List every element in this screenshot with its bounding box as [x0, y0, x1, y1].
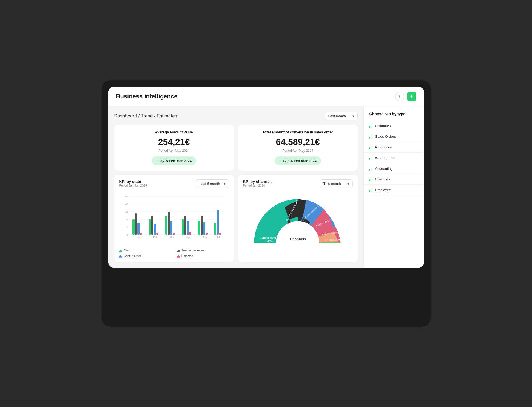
state-period-select[interactable]: Last 6 month Last month This month	[196, 179, 229, 188]
kpi-by-state-card: KPI by state Period Jan-Jun 2024 Last 6 …	[114, 175, 234, 262]
svg-text:Jul: Jul	[217, 236, 220, 239]
chart-state-title: KPI by state	[119, 179, 147, 184]
sidebar-item-estimates[interactable]: Estimates	[364, 121, 424, 131]
period-select[interactable]: Last month This month Last 6 month Last …	[325, 112, 358, 120]
sidebar-title: Choose KPI by type	[364, 112, 424, 121]
svg-text:20: 20	[125, 218, 128, 221]
chart-channels-period: Period Jun 2024	[243, 184, 273, 187]
legend-rejected-label: Rejected	[181, 254, 193, 257]
svg-text:Dynamicsoft srl: Dynamicsoft srl	[260, 236, 280, 239]
svg-rect-23	[168, 212, 170, 235]
svg-rect-25	[173, 233, 175, 235]
legend-rejected: Rejected	[177, 254, 229, 258]
svg-rect-20	[156, 233, 158, 235]
svg-text:Channels: Channels	[290, 237, 306, 241]
sidebar-item-employee[interactable]: Employee	[364, 185, 424, 195]
kpi-card-avg: Average amount value 254,21€ Period Apr-…	[114, 125, 234, 171]
content-area: Dashboard / Trend / Estimates Last month…	[108, 106, 364, 268]
svg-rect-30	[189, 232, 191, 235]
chart-state-header: KPI by state Period Jan-Jun 2024 Last 6 …	[119, 179, 229, 190]
channels-pie-svg: Channels Dynamicsoft srl 40% Dynamicsoft…	[251, 191, 345, 251]
chart-channels-title: KPI by channels	[243, 179, 273, 184]
kpi-card-avg-period: Period Apr-May 2024	[120, 149, 228, 153]
legend-draft-label: Draft	[124, 249, 130, 252]
rejected-icon	[177, 254, 180, 258]
breadcrumb: Dashboard / Trend / Estimates	[114, 113, 177, 119]
help-icon: ?	[399, 94, 401, 99]
wharehouse-chart-icon	[369, 156, 372, 160]
period-select-wrapper: Last month This month Last 6 month Last …	[325, 112, 358, 120]
help-button[interactable]: ?	[395, 92, 404, 101]
kpi-cards-row: Average amount value 254,21€ Period Apr-…	[114, 125, 358, 171]
kpi-badge-avg-value: 9,2% Feb-Mar 2024	[160, 159, 192, 163]
svg-rect-27	[182, 219, 184, 235]
svg-text:40: 40	[125, 203, 128, 206]
kpi-card-total: Total amount of conversion in sales orde…	[238, 125, 358, 171]
kpi-card-total-period: Period Apr-May 2024	[244, 149, 352, 153]
sidebar-item-accounting[interactable]: Accounting	[364, 163, 424, 174]
plus-icon: +	[410, 93, 413, 100]
employee-chart-icon	[369, 188, 372, 192]
sidebar: Choose KPI by type Estimates S	[364, 106, 424, 268]
svg-rect-17	[149, 219, 151, 235]
app-container: Business intelligence ? + Dashboard / Tr…	[108, 87, 424, 268]
sent-customer-icon	[177, 248, 180, 252]
sidebar-item-sales-orders-label: Sales Orders	[375, 134, 396, 139]
app-header: Business intelligence ? +	[108, 87, 424, 106]
channels-chart-icon	[369, 177, 372, 181]
kpi-badge-total: ↑ 12,3% Feb-Mar 2024	[275, 156, 321, 165]
svg-rect-13	[135, 213, 137, 235]
svg-text:50: 50	[125, 195, 128, 198]
svg-rect-19	[154, 224, 156, 235]
svg-text:Jan: Jan	[137, 236, 141, 239]
production-chart-icon	[369, 145, 372, 149]
chart-state-title-area: KPI by state Period Jan-Jun 2024	[119, 179, 147, 190]
sidebar-item-production[interactable]: Production	[364, 142, 424, 153]
svg-rect-37	[214, 223, 216, 235]
kpi-card-avg-value: 254,21€	[120, 137, 228, 147]
legend-sent-order-label: Sent in order	[124, 254, 141, 257]
svg-rect-14	[137, 223, 140, 235]
chart-state-period: Period Jan-Jun 2024	[119, 184, 147, 187]
dashboard-header: Dashboard / Trend / Estimates Last month…	[114, 112, 358, 120]
sidebar-item-estimates-label: Estimates	[375, 124, 391, 128]
charts-row: KPI by state Period Jan-Jun 2024 Last 6 …	[114, 175, 358, 262]
svg-rect-50	[251, 243, 345, 251]
sidebar-item-production-label: Production	[375, 145, 392, 149]
svg-text:Loretoprint 10%: Loretoprint 10%	[325, 238, 342, 242]
channels-period-select[interactable]: This month Last month Last 6 month	[320, 179, 353, 188]
sidebar-item-employee-label: Employee	[375, 188, 391, 192]
kpi-by-channels-card: KPI by channels Period Jun 2024 This mon…	[238, 175, 358, 262]
kpi-card-total-value: 64.589,21€	[244, 137, 352, 147]
sidebar-item-channels[interactable]: Channels	[364, 174, 424, 185]
sidebar-item-wharehouse-label: Wharehouse	[375, 156, 396, 160]
add-button[interactable]: +	[407, 92, 416, 101]
sent-order-icon	[119, 254, 122, 258]
svg-text:Jun: Jun	[203, 236, 207, 239]
svg-text:Mar: Mar	[170, 236, 174, 239]
svg-rect-38	[217, 210, 219, 235]
svg-rect-15	[140, 233, 142, 235]
svg-rect-34	[203, 222, 205, 235]
svg-rect-33	[201, 216, 203, 235]
svg-rect-35	[206, 233, 208, 235]
legend-draft: Draft	[119, 248, 171, 252]
app-title: Business intelligence	[116, 93, 178, 100]
main-layout: Dashboard / Trend / Estimates Last month…	[108, 106, 424, 268]
device-frame: Business intelligence ? + Dashboard / Tr…	[102, 80, 431, 327]
kpi-card-total-title: Total amount of conversion in sales orde…	[244, 130, 352, 134]
chart-legend: Draft Sent to customer	[119, 248, 229, 258]
svg-text:10: 10	[125, 226, 128, 229]
legend-sent-customer: Sent to customer	[177, 248, 229, 252]
sidebar-item-wharehouse[interactable]: Wharehouse	[364, 153, 424, 163]
trend-up-icon-2: ↑	[279, 159, 281, 163]
accounting-chart-icon	[369, 166, 372, 171]
sidebar-item-accounting-label: Accounting	[375, 167, 393, 171]
sales-orders-chart-icon	[369, 134, 372, 139]
svg-rect-29	[187, 221, 189, 235]
svg-text:Apr: Apr	[186, 236, 190, 239]
legend-sent-customer-label: Sent to customer	[181, 249, 204, 252]
svg-text:40%: 40%	[267, 240, 272, 243]
sidebar-item-sales-orders[interactable]: Sales Orders	[364, 131, 424, 142]
svg-text:0: 0	[126, 234, 128, 236]
